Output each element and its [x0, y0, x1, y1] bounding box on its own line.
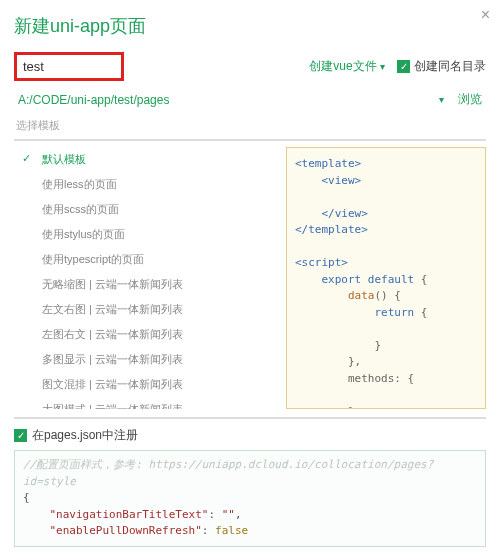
template-area: 默认模板使用less的页面使用scss的页面使用stylus的页面使用types… [14, 139, 486, 419]
template-item[interactable]: 图文混排 | 云端一体新闻列表 [14, 372, 274, 397]
same-dir-label: 创建同名目录 [414, 58, 486, 75]
register-label: 在pages.json中注册 [32, 427, 138, 444]
json-line: "enablePullDownRefresh": false [23, 523, 477, 540]
name-row: 创建vue文件 ▾ ✓ 创建同名目录 [14, 52, 486, 81]
page-name-input[interactable] [14, 52, 124, 81]
browse-button[interactable]: 浏览 [458, 91, 482, 108]
check-icon: ✓ [397, 60, 410, 73]
template-item[interactable]: 使用less的页面 [14, 172, 274, 197]
new-page-dialog: × 新建uni-app页面 创建vue文件 ▾ ✓ 创建同名目录 A:/CODE… [0, 0, 500, 560]
json-line: "navigationBarTitleText": "", [23, 507, 477, 524]
json-line: { [23, 490, 477, 507]
json-comment: //配置页面样式，参考: https://uniapp.dcloud.io/co… [23, 457, 477, 490]
check-icon: ✓ [14, 429, 27, 442]
template-section-label: 选择模板 [16, 118, 486, 133]
template-item[interactable]: 无略缩图 | 云端一体新闻列表 [14, 272, 274, 297]
create-vue-link[interactable]: 创建vue文件 ▾ [309, 58, 385, 75]
template-item[interactable]: 默认模板 [14, 147, 274, 172]
path-display: A:/CODE/uni-app/test/pages [18, 93, 169, 107]
path-dropdown-icon[interactable]: ▾ [439, 94, 444, 105]
chevron-down-icon: ▾ [380, 61, 385, 72]
register-checkbox[interactable]: ✓ 在pages.json中注册 [14, 427, 486, 444]
path-row: A:/CODE/uni-app/test/pages ▾ 浏览 [14, 91, 486, 108]
template-item[interactable]: 左图右文 | 云端一体新闻列表 [14, 322, 274, 347]
template-item[interactable]: 多图显示 | 云端一体新闻列表 [14, 347, 274, 372]
create-vue-label: 创建vue文件 [309, 59, 376, 73]
template-list[interactable]: 默认模板使用less的页面使用scss的页面使用stylus的页面使用types… [14, 147, 278, 409]
close-icon[interactable]: × [481, 6, 490, 24]
dialog-title: 新建uni-app页面 [14, 14, 486, 38]
template-item[interactable]: 使用stylus的页面 [14, 222, 274, 247]
code-preview: <template> <view> </view> </template> <s… [286, 147, 486, 409]
pages-json-preview: //配置页面样式，参考: https://uniapp.dcloud.io/co… [14, 450, 486, 547]
template-item[interactable]: 左文右图 | 云端一体新闻列表 [14, 297, 274, 322]
same-dir-checkbox[interactable]: ✓ 创建同名目录 [397, 58, 486, 75]
template-item[interactable]: 大图模式 | 云端一体新闻列表 [14, 397, 274, 409]
template-item[interactable]: 使用typescript的页面 [14, 247, 274, 272]
preview-pre: <template> <view> </view> </template> <s… [295, 156, 477, 409]
template-item[interactable]: 使用scss的页面 [14, 197, 274, 222]
